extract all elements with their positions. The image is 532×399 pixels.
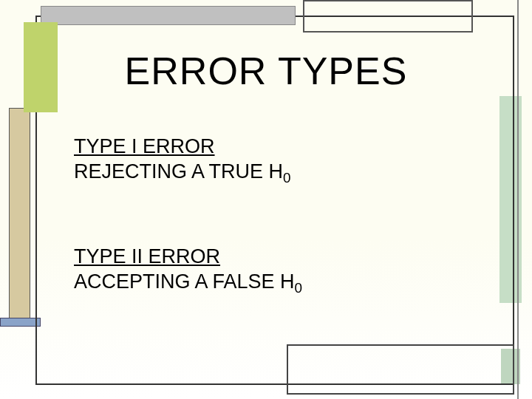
section-2-line-sub: 0 xyxy=(295,280,303,296)
decor-blue-bar xyxy=(0,318,41,327)
decor-top-right-box xyxy=(303,0,473,33)
section-1-line-prefix: REJECTING A TRUE H xyxy=(74,160,283,183)
section-2-heading: TYPE II ERROR xyxy=(74,245,458,270)
section-2: TYPE II ERROR ACCEPTING A FALSE H0 xyxy=(74,245,458,297)
section-1-line: REJECTING A TRUE H0 xyxy=(74,160,458,187)
slide-title: ERROR TYPES xyxy=(0,49,532,93)
decor-bottom-right-box xyxy=(287,344,514,395)
slide-body: TYPE I ERROR REJECTING A TRUE H0 TYPE II… xyxy=(74,134,458,297)
section-1-heading: TYPE I ERROR xyxy=(74,134,458,160)
decor-top-grey-bar xyxy=(41,6,296,25)
decor-tan-strip xyxy=(9,108,30,321)
slide: ERROR TYPES TYPE I ERROR REJECTING A TRU… xyxy=(0,0,532,399)
section-2-line: ACCEPTING A FALSE H0 xyxy=(74,270,458,297)
section-1: TYPE I ERROR REJECTING A TRUE H0 xyxy=(74,134,458,187)
section-1-line-sub: 0 xyxy=(283,170,291,185)
section-2-line-prefix: ACCEPTING A FALSE H xyxy=(74,270,295,293)
